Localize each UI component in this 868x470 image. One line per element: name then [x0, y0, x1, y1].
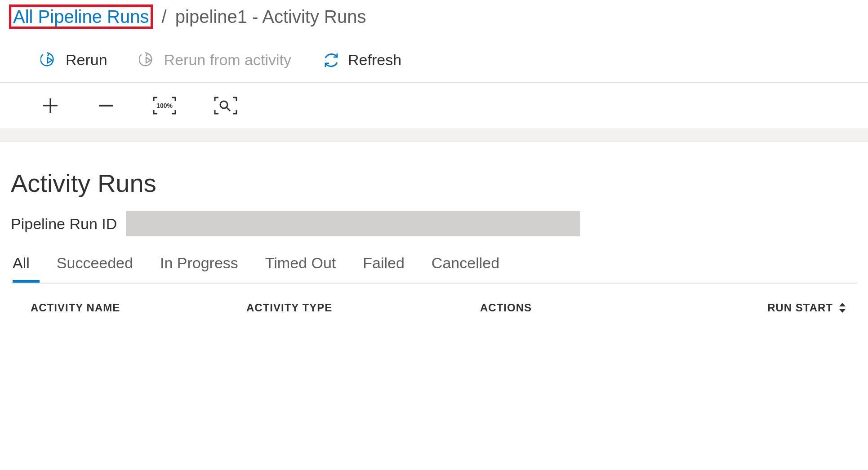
status-tabs: All Succeeded In Progress Timed Out Fail… [11, 254, 857, 284]
rerun-from-activity-button: Rerun from activity [139, 51, 291, 69]
activity-table-header: ACTIVITY NAME ACTIVITY TYPE ACTIONS RUN … [11, 284, 857, 323]
rerun-label: Rerun [66, 51, 107, 69]
status-tab-succeeded[interactable]: Succeeded [57, 254, 133, 276]
col-activity-name[interactable]: ACTIVITY NAME [31, 302, 246, 314]
activity-runs-section: Activity Runs Pipeline Run ID All Succee… [0, 142, 868, 323]
svg-point-5 [220, 101, 227, 108]
rerun-icon [40, 52, 58, 69]
command-bar: Rerun Rerun from activity Refresh [0, 38, 868, 83]
zoom-fit-button[interactable] [213, 96, 238, 115]
status-tab-failed[interactable]: Failed [363, 254, 405, 276]
status-tab-timed-out[interactable]: Timed Out [265, 254, 336, 276]
breadcrumb-separator: / [162, 7, 167, 27]
col-run-start-label: RUN START [767, 302, 833, 314]
svg-marker-1 [146, 58, 151, 63]
col-actions[interactable]: ACTIONS [480, 302, 732, 314]
zoom-in-button[interactable] [40, 96, 60, 115]
breadcrumb-current: pipeline1 - Activity Runs [175, 7, 366, 27]
col-activity-type[interactable]: ACTIVITY TYPE [246, 302, 480, 314]
rerun-from-activity-icon [139, 52, 156, 69]
canvas-placeholder [0, 128, 868, 141]
breadcrumb: All Pipeline Runs / pipeline1 - Activity… [0, 0, 868, 38]
zoom-toolbar: 100% [0, 83, 868, 128]
zoom-toolbar-wrap: 100% [0, 83, 868, 142]
pipeline-run-id-row: Pipeline Run ID [11, 211, 857, 236]
sort-icon [838, 302, 846, 314]
rerun-from-activity-label: Rerun from activity [164, 51, 291, 69]
zoom-reset-button[interactable]: 100% [152, 96, 177, 115]
zoom-out-button[interactable] [96, 96, 116, 115]
rerun-button[interactable]: Rerun [40, 51, 107, 69]
status-tab-cancelled[interactable]: Cancelled [432, 254, 499, 276]
svg-marker-0 [48, 58, 52, 63]
svg-line-6 [227, 107, 230, 111]
pipeline-run-id-label: Pipeline Run ID [11, 215, 117, 233]
status-tab-in-progress[interactable]: In Progress [160, 254, 238, 276]
svg-marker-8 [839, 309, 846, 313]
activity-runs-heading: Activity Runs [11, 168, 857, 198]
col-run-start[interactable]: RUN START [732, 302, 846, 314]
zoom-fit-label: 100% [156, 102, 173, 109]
pipeline-run-id-value [126, 211, 580, 236]
status-tab-all[interactable]: All [13, 254, 30, 276]
breadcrumb-link-all-pipeline-runs[interactable]: All Pipeline Runs [9, 4, 153, 29]
refresh-button[interactable]: Refresh [323, 51, 401, 69]
refresh-icon [323, 52, 340, 69]
refresh-label: Refresh [348, 51, 401, 69]
svg-marker-7 [839, 303, 846, 306]
